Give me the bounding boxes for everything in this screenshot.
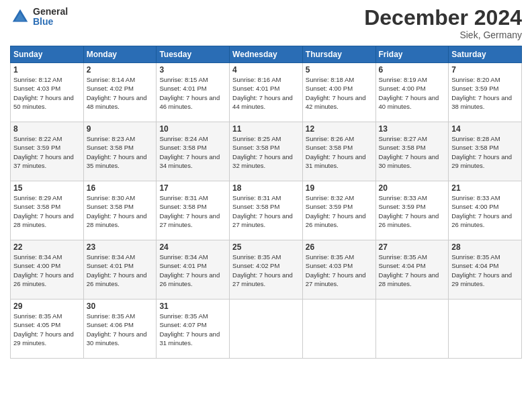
weekday-header: Sunday [11,46,84,63]
daylight-text: Daylight: 7 hours and 31 minutes. [159,330,220,347]
day-info: Sunrise: 8:15 AM Sunset: 4:01 PM Dayligh… [159,75,226,111]
day-number: 7 [451,65,519,75]
calendar-week-row: 8 Sunrise: 8:22 AM Sunset: 3:59 PM Dayli… [11,122,522,181]
logo-text: General Blue [33,7,68,28]
sunset-text: Sunset: 3:58 PM [232,203,279,210]
calendar-cell: 17 Sunrise: 8:31 AM Sunset: 3:58 PM Dayl… [157,181,230,240]
calendar-cell: 25 Sunrise: 8:35 AM Sunset: 4:02 PM Dayl… [230,240,303,300]
daylight-text: Daylight: 7 hours and 27 minutes. [232,271,293,287]
day-info: Sunrise: 8:12 AM Sunset: 4:03 PM Dayligh… [13,75,81,111]
day-number: 16 [87,183,154,193]
day-info: Sunrise: 8:35 AM Sunset: 4:02 PM Dayligh… [232,253,300,288]
day-info: Sunrise: 8:35 AM Sunset: 4:06 PM Dayligh… [87,312,154,347]
day-info: Sunrise: 8:34 AM Sunset: 4:01 PM Dayligh… [159,253,226,288]
day-info: Sunrise: 8:35 AM Sunset: 4:07 PM Dayligh… [159,312,226,347]
daylight-text: Daylight: 7 hours and 30 minutes. [379,153,439,169]
sunrise-text: Sunrise: 8:34 AM [159,253,208,261]
day-info: Sunrise: 8:35 AM Sunset: 4:04 PM Dayligh… [451,253,519,288]
day-number: 24 [159,242,226,252]
calendar-cell: 8 Sunrise: 8:22 AM Sunset: 3:59 PM Dayli… [11,122,84,181]
month-title: December 2024 [364,7,522,28]
daylight-text: Daylight: 7 hours and 50 minutes. [13,94,74,110]
sunset-text: Sunset: 3:59 PM [13,144,60,151]
sunset-text: Sunset: 4:07 PM [159,321,206,328]
day-info: Sunrise: 8:26 AM Sunset: 3:58 PM Dayligh… [306,134,373,170]
sunset-text: Sunset: 3:58 PM [159,144,206,151]
calendar-cell: 10 Sunrise: 8:24 AM Sunset: 3:58 PM Dayl… [157,122,230,181]
sunset-text: Sunset: 3:58 PM [87,144,134,151]
sunset-text: Sunset: 3:58 PM [451,144,498,151]
sunrise-text: Sunrise: 8:33 AM [379,194,427,201]
calendar-cell: 11 Sunrise: 8:25 AM Sunset: 3:58 PM Dayl… [230,122,303,181]
sunset-text: Sunset: 4:03 PM [306,262,353,269]
calendar-cell: 7 Sunrise: 8:20 AM Sunset: 3:59 PM Dayli… [449,63,522,122]
calendar-week-row: 22 Sunrise: 8:34 AM Sunset: 4:00 PM Dayl… [11,240,522,300]
calendar-week-row: 15 Sunrise: 8:29 AM Sunset: 3:58 PM Dayl… [11,181,522,240]
day-number: 11 [232,124,300,134]
calendar-cell: 6 Sunrise: 8:19 AM Sunset: 4:00 PM Dayli… [375,63,449,122]
sunrise-text: Sunrise: 8:24 AM [159,135,208,142]
calendar-cell: 3 Sunrise: 8:15 AM Sunset: 4:01 PM Dayli… [157,63,230,122]
sunrise-text: Sunrise: 8:22 AM [13,135,62,142]
day-info: Sunrise: 8:22 AM Sunset: 3:59 PM Dayligh… [13,134,81,170]
sunset-text: Sunset: 4:01 PM [232,85,279,92]
calendar-cell: 26 Sunrise: 8:35 AM Sunset: 4:03 PM Dayl… [302,240,375,300]
day-number: 1 [13,65,81,75]
weekday-header: Friday [375,46,449,63]
sunrise-text: Sunrise: 8:35 AM [87,312,135,320]
day-number: 27 [379,242,446,252]
day-number: 22 [13,242,81,252]
day-number: 9 [87,124,154,134]
daylight-text: Daylight: 7 hours and 38 minutes. [451,94,512,110]
sunset-text: Sunset: 4:00 PM [451,203,498,210]
day-number: 19 [306,183,373,193]
day-info: Sunrise: 8:16 AM Sunset: 4:01 PM Dayligh… [232,75,300,111]
sunset-text: Sunset: 3:58 PM [13,203,60,210]
calendar-cell: 29 Sunrise: 8:35 AM Sunset: 4:05 PM Dayl… [11,300,84,359]
sunrise-text: Sunrise: 8:16 AM [232,76,281,83]
sunrise-text: Sunrise: 8:20 AM [451,76,500,83]
calendar-week-row: 1 Sunrise: 8:12 AM Sunset: 4:03 PM Dayli… [11,63,522,122]
daylight-text: Daylight: 7 hours and 42 minutes. [306,94,366,110]
day-info: Sunrise: 8:33 AM Sunset: 4:00 PM Dayligh… [451,193,519,229]
sunrise-text: Sunrise: 8:35 AM [451,253,500,261]
day-info: Sunrise: 8:24 AM Sunset: 3:58 PM Dayligh… [159,134,226,170]
calendar-cell: 31 Sunrise: 8:35 AM Sunset: 4:07 PM Dayl… [157,300,230,359]
daylight-text: Daylight: 7 hours and 26 minutes. [13,271,74,287]
day-number: 31 [159,302,226,311]
day-info: Sunrise: 8:19 AM Sunset: 4:00 PM Dayligh… [379,75,446,111]
logo-general: General [33,7,68,17]
day-number: 6 [379,65,446,75]
calendar-cell: 12 Sunrise: 8:26 AM Sunset: 3:58 PM Dayl… [302,122,375,181]
daylight-text: Daylight: 7 hours and 31 minutes. [306,153,366,169]
sunset-text: Sunset: 4:06 PM [87,321,134,328]
sunrise-text: Sunrise: 8:34 AM [87,253,135,261]
day-number: 8 [13,124,81,134]
daylight-text: Daylight: 7 hours and 46 minutes. [159,94,220,110]
day-number: 21 [451,183,519,193]
daylight-text: Daylight: 7 hours and 48 minutes. [87,94,147,110]
day-info: Sunrise: 8:35 AM Sunset: 4:05 PM Dayligh… [13,312,81,347]
day-number: 25 [232,242,300,252]
daylight-text: Daylight: 7 hours and 28 minutes. [87,212,147,228]
day-info: Sunrise: 8:35 AM Sunset: 4:04 PM Dayligh… [379,253,446,288]
day-info: Sunrise: 8:20 AM Sunset: 3:59 PM Dayligh… [451,75,519,111]
logo-blue: Blue [33,17,68,27]
daylight-text: Daylight: 7 hours and 26 minutes. [451,212,512,228]
daylight-text: Daylight: 7 hours and 28 minutes. [379,271,439,287]
calendar-cell: 24 Sunrise: 8:34 AM Sunset: 4:01 PM Dayl… [157,240,230,300]
sunrise-text: Sunrise: 8:29 AM [13,194,62,201]
calendar-header-row: SundayMondayTuesdayWednesdayThursdayFrid… [11,46,522,63]
sunset-text: Sunset: 4:00 PM [379,85,426,92]
sunrise-text: Sunrise: 8:27 AM [379,135,427,142]
sunrise-text: Sunrise: 8:35 AM [232,253,281,261]
weekday-header: Saturday [449,46,522,63]
day-info: Sunrise: 8:34 AM Sunset: 4:01 PM Dayligh… [87,253,154,288]
daylight-text: Daylight: 7 hours and 26 minutes. [379,212,439,228]
day-info: Sunrise: 8:18 AM Sunset: 4:00 PM Dayligh… [306,75,373,111]
day-info: Sunrise: 8:23 AM Sunset: 3:58 PM Dayligh… [87,134,154,170]
sunrise-text: Sunrise: 8:14 AM [87,76,135,83]
calendar-cell: 15 Sunrise: 8:29 AM Sunset: 3:58 PM Dayl… [11,181,84,240]
calendar-body: 1 Sunrise: 8:12 AM Sunset: 4:03 PM Dayli… [11,63,522,359]
sunrise-text: Sunrise: 8:18 AM [306,76,354,83]
